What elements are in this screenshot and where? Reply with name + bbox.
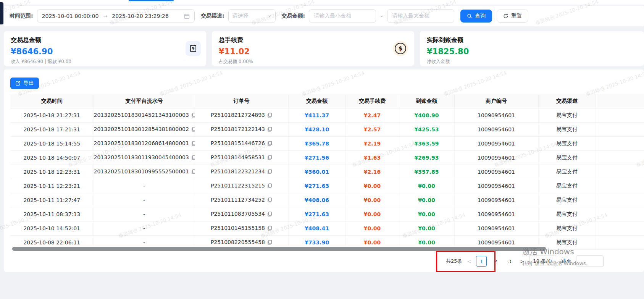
column-header: 支付平台流水号 [94, 94, 195, 108]
cell-order: P251011122315215 [195, 179, 288, 193]
cell-channel: 易宝支付 [538, 236, 596, 250]
cell-fee: ¥0.00 [345, 221, 399, 236]
page-number-1[interactable]: 1 [476, 256, 487, 267]
cell-fee: ¥1.63 [345, 151, 399, 165]
cell-time: 2025-10-18 15:14:55 [10, 137, 94, 151]
cell-serial: - [94, 193, 195, 207]
cell-channel: 易宝支付 [538, 193, 596, 207]
page-numbers: 123 [476, 256, 515, 267]
filter-bar: 时间范围: 2025-10-01 00:00:00 → 2025-10-20 2… [4, 6, 644, 26]
transactions-table: 交易时间支付平台流水号订单号交易金额交易手续费到账金额商户编号交易渠道 2025… [10, 94, 644, 250]
cell-time: 2025-10-11 08:37:13 [10, 207, 94, 221]
copy-icon[interactable] [267, 197, 272, 204]
card-title: 实际到账金额 [427, 36, 637, 44]
calendar-icon[interactable] [184, 13, 190, 19]
export-button[interactable]: 导出 [10, 78, 39, 89]
cell-fee: ¥0.00 [345, 193, 399, 207]
copy-icon[interactable] [191, 169, 195, 175]
copy-icon[interactable] [267, 141, 272, 147]
cell-received: ¥0.00 [399, 207, 454, 221]
cell-amount: ¥271.63 [288, 207, 345, 221]
copy-icon[interactable] [267, 240, 272, 246]
range-arrow-icon: → [103, 13, 107, 19]
table-row: 2025-10-18 12:23:31201320251018301099555… [10, 165, 644, 179]
cell-channel: 易宝支付 [538, 179, 596, 193]
cell-serial: - [94, 221, 195, 236]
page-number-2[interactable]: 2 [490, 256, 501, 267]
cell-time: 2025-10-18 17:21:31 [10, 123, 94, 137]
cell-fee: ¥2.16 [345, 165, 399, 179]
copy-icon[interactable] [267, 212, 272, 218]
table-body: 2025-10-18 21:27:31201320251018301452134… [10, 108, 644, 250]
cell-amount: ¥271.63 [288, 179, 345, 193]
copy-icon[interactable] [267, 155, 272, 161]
cell-amount: ¥408.06 [288, 193, 345, 207]
table-row: 2025-10-11 08:37:13-P251011083705534¥271… [10, 207, 644, 221]
column-header: 交易渠道 [538, 94, 596, 108]
copy-icon[interactable] [267, 113, 272, 119]
table-header-row: 交易时间支付平台流水号订单号交易金额交易手续费到账金额商户编号交易渠道 [10, 94, 644, 108]
min-amount-placeholder: 请输入最小金额 [314, 13, 351, 19]
cell-merchant: 10090954601 [454, 221, 538, 236]
card-subtitle: 净收入金额 [427, 58, 637, 65]
copy-icon[interactable] [191, 155, 195, 161]
cell-amount: ¥411.37 [288, 108, 345, 123]
page-number-3[interactable]: 3 [504, 256, 515, 267]
channel-select[interactable]: 请选择 ∨ [228, 9, 276, 23]
sidebar-edge [0, 2, 3, 24]
prev-page-button[interactable]: < [467, 259, 471, 264]
horizontal-scrollbar-thumb[interactable] [12, 247, 546, 251]
export-button-label: 导出 [23, 80, 34, 87]
cell-merchant: 10090954601 [454, 193, 538, 207]
query-button[interactable]: 查询 [460, 10, 492, 23]
cell-merchant: 10090954601 [454, 207, 538, 221]
copy-icon[interactable] [191, 141, 195, 147]
copy-icon[interactable] [191, 113, 195, 119]
start-date-value[interactable]: 2025-10-01 00:00:00 [42, 13, 99, 19]
cell-received: ¥425.53 [399, 123, 454, 137]
refresh-icon [503, 13, 508, 19]
copy-icon[interactable] [191, 127, 195, 133]
cell-order: P251018144958531 [195, 151, 288, 165]
copy-icon[interactable] [267, 183, 272, 189]
cell-order: P251018172122143 [195, 123, 288, 137]
reset-button[interactable]: 重置 [497, 10, 528, 23]
cell-fee: ¥2.47 [345, 108, 399, 123]
net-amount-card: 实际到账金额 ¥1825.80 净收入金额 [420, 31, 644, 66]
cell-fee: ¥2.19 [345, 137, 399, 151]
next-page-button[interactable]: > [520, 259, 524, 264]
card-subtitle: 占交易额 0.00% [219, 58, 407, 65]
cell-received: ¥0.00 [399, 179, 454, 193]
copy-icon[interactable] [267, 169, 272, 175]
cell-extra [596, 179, 644, 193]
cell-amount: ¥365.78 [288, 137, 345, 151]
cell-fee: ¥0.00 [345, 207, 399, 221]
cell-serial: 2013202510183012068614800001 [94, 137, 195, 151]
active-tab-indicator [129, 0, 174, 1]
page-size-select[interactable]: 10 条/页 [529, 255, 556, 267]
cell-channel: 易宝支付 [538, 151, 596, 165]
copy-icon[interactable] [267, 226, 272, 232]
copy-icon[interactable] [267, 127, 272, 133]
cell-extra [596, 193, 644, 207]
date-range-picker[interactable]: 2025-10-01 00:00:00 → 2025-10-20 23:29:2… [37, 9, 195, 23]
max-amount-placeholder: 请输入最大金额 [392, 13, 429, 19]
cell-fee: ¥2.57 [345, 123, 399, 137]
table-row: 2025-10-18 15:14:55201320251018301206861… [10, 137, 644, 151]
page-root: 时间范围: 2025-10-01 00:00:00 → 2025-10-20 2… [0, 0, 644, 299]
cell-order: P251018212724893 [195, 108, 288, 123]
reset-button-label: 重置 [511, 13, 522, 19]
column-header: 交易时间 [10, 94, 94, 108]
card-title: 总手续费 [219, 36, 407, 44]
column-header: 交易金额 [288, 94, 345, 108]
cell-merchant: 10090954601 [454, 151, 538, 165]
cell-order: P251018151446726 [195, 137, 288, 151]
table-row: 2025-10-18 17:21:31201320251018301285438… [10, 123, 644, 137]
end-date-value[interactable]: 2025-10-20 23:29:26 [112, 13, 169, 19]
table-row: 2025-10-18 14:50:07201320251018301193004… [10, 151, 644, 165]
max-amount-input[interactable]: 请输入最大金额 [387, 9, 454, 23]
min-amount-input[interactable]: 请输入最小金额 [309, 9, 376, 23]
cell-received: ¥363.59 [399, 137, 454, 151]
table-row: 2025-10-18 21:27:31201320251018301452134… [10, 108, 644, 123]
jump-to-page-input[interactable] [576, 255, 604, 267]
